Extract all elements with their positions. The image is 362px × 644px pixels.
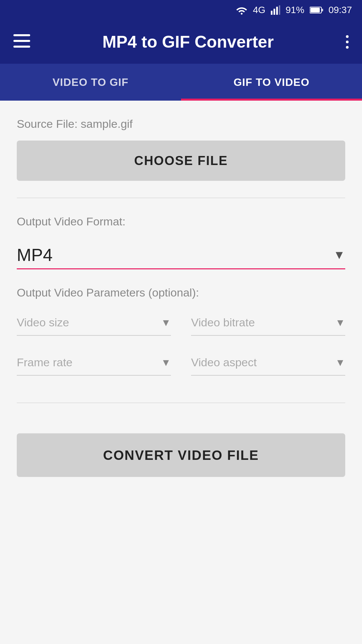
more-options-button[interactable] [346,32,349,52]
output-format-dropdown[interactable]: MP4 ▼ [17,241,345,269]
video-bitrate-arrow-icon: ▼ [335,317,345,328]
video-aspect-arrow-icon: ▼ [335,357,345,368]
battery-level: 91% [286,5,304,15]
svg-rect-7 [13,34,30,36]
status-bar: 4G 91% 09:37 [0,0,362,20]
tab-gif-to-video[interactable]: GIF TO VIDEO [181,64,362,101]
video-size-arrow-icon: ▼ [161,317,171,328]
output-format-label: Output Video Format: [17,215,345,228]
time-display: 09:37 [328,5,352,15]
choose-file-button[interactable]: CHOOSE FILE [17,141,345,181]
svg-rect-8 [13,40,30,42]
output-format-dropdown-container: MP4 ▼ [17,241,345,269]
video-bitrate-label: Video bitrate [191,316,255,329]
status-icons: 4G 91% 09:37 [236,5,352,15]
output-format-value: MP4 [17,245,53,265]
video-size-label: Video size [17,316,69,329]
output-format-section: Output Video Format: MP4 ▼ [17,215,345,269]
convert-video-file-button[interactable]: CONVERT VIDEO FILE [17,433,345,477]
svg-rect-0 [271,11,273,15]
tab-bar: VIDEO TO GIF GIF TO VIDEO [0,64,362,101]
source-file-label: Source File: sample.gif [17,117,345,130]
divider-2 [17,402,345,403]
battery-icon [310,6,323,14]
tab-video-to-gif[interactable]: VIDEO TO GIF [0,64,181,101]
svg-rect-1 [274,9,275,15]
svg-rect-3 [279,5,280,15]
network-type: 4G [253,5,265,15]
video-aspect-label: Video aspect [191,356,257,369]
video-aspect-dropdown[interactable]: Video aspect ▼ [191,356,345,376]
svg-rect-2 [276,7,278,15]
params-row-1: Video size ▼ Video bitrate ▼ [17,316,345,336]
frame-rate-arrow-icon: ▼ [161,357,171,368]
source-file-section: Source File: sample.gif CHOOSE FILE [17,117,345,181]
output-params-label: Output Video Parameters (optional): [17,286,345,299]
signal-icon [271,5,280,15]
svg-rect-6 [310,8,320,12]
divider-1 [17,198,345,198]
video-size-dropdown[interactable]: Video size ▼ [17,316,171,336]
svg-rect-5 [321,9,323,11]
output-params-section: Output Video Parameters (optional): Vide… [17,269,345,396]
frame-rate-label: Frame rate [17,356,72,369]
hamburger-menu-button[interactable] [13,34,30,50]
params-row-2: Frame rate ▼ Video aspect ▼ [17,356,345,376]
frame-rate-dropdown[interactable]: Frame rate ▼ [17,356,171,376]
svg-rect-9 [13,46,30,48]
video-bitrate-dropdown[interactable]: Video bitrate ▼ [191,316,345,336]
wifi-icon [236,5,248,15]
output-format-arrow-icon: ▼ [333,248,345,262]
main-content: Source File: sample.gif CHOOSE FILE Outp… [0,101,362,644]
app-bar: MP4 to GIF Converter [0,20,362,64]
app-title: MP4 to GIF Converter [30,32,346,52]
